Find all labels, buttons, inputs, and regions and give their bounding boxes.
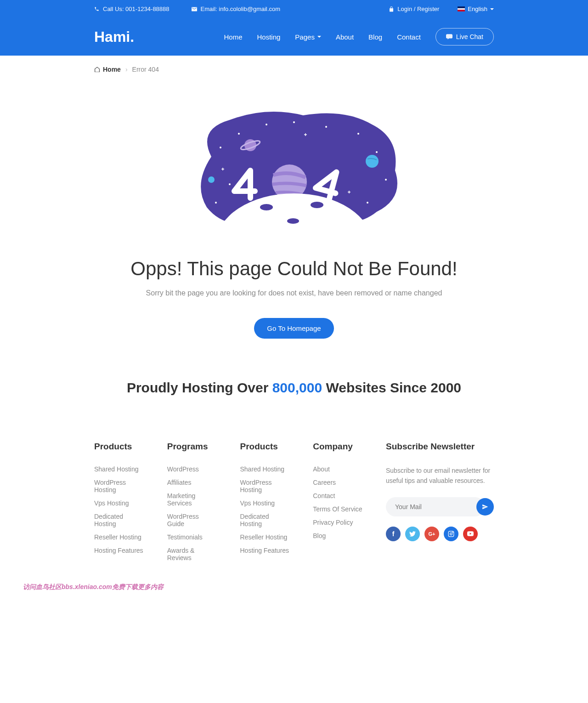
footer-col-products: Products Shared Hosting WordPress Hostin… xyxy=(94,442,144,567)
svg-point-18 xyxy=(260,204,273,210)
nav-links: Home Hosting Pages About Blog Contact Li… xyxy=(224,28,494,45)
breadcrumb-home[interactable]: Home xyxy=(94,66,121,73)
chevron-down-icon xyxy=(490,8,494,10)
footer-list: Shared Hosting WordPress Hosting Vps Hos… xyxy=(240,465,290,554)
footer-link[interactable]: About xyxy=(313,465,363,473)
svg-point-10 xyxy=(215,202,217,204)
newsletter-input[interactable] xyxy=(386,497,485,516)
topbar: Call Us: 001-1234-88888 Email: info.colo… xyxy=(0,0,588,18)
footer-link[interactable]: WordPress Guide xyxy=(167,513,217,527)
svg-point-20 xyxy=(287,218,299,224)
svg-point-14 xyxy=(208,176,215,183)
email-text: Email: info.cololib@gmail.com xyxy=(201,6,281,12)
error-404-illustration xyxy=(175,102,413,239)
svg-point-9 xyxy=(229,183,231,185)
svg-point-8 xyxy=(367,202,368,204)
footer-link[interactable]: Testimonials xyxy=(167,533,217,541)
live-chat-text: Live Chat xyxy=(456,33,483,40)
error-section: Opps! This page Could Not Be Found! Sorr… xyxy=(94,83,494,366)
go-home-button[interactable]: Go To Homepage xyxy=(254,318,334,339)
logo[interactable]: Hami. xyxy=(94,28,134,45)
facebook-icon[interactable]: f xyxy=(386,527,401,541)
footer-col-newsletter: Subscribe Newsletter Subscribe to our em… xyxy=(386,442,494,567)
footer-link[interactable]: Reseller Hosting xyxy=(94,533,144,541)
footer-link[interactable]: Hosting Features xyxy=(94,547,144,554)
watermark-text: 访问血鸟社区bbs.xleniao.com免费下载更多内容 xyxy=(0,581,588,596)
youtube-icon[interactable] xyxy=(463,527,478,541)
footer-link[interactable]: Affiliates xyxy=(167,479,217,486)
flag-icon xyxy=(458,6,465,11)
footer-list: Shared Hosting WordPress Hosting Vps Hos… xyxy=(94,465,144,554)
navbar: Hami. Home Hosting Pages About Blog Cont… xyxy=(0,18,588,56)
newsletter-desc: Subscribe to our email newsletter for us… xyxy=(386,465,494,486)
footer-link[interactable]: Contact xyxy=(313,492,363,499)
footer-col-company: Company About Careers Contact Terms Of S… xyxy=(313,442,363,567)
topbar-left: Call Us: 001-1234-88888 Email: info.colo… xyxy=(94,6,280,12)
svg-point-15 xyxy=(366,155,379,168)
breadcrumb-separator: › xyxy=(125,66,128,73)
newsletter-form xyxy=(386,497,494,516)
error-title: Opps! This page Could Not Be Found! xyxy=(94,258,494,280)
svg-point-5 xyxy=(357,133,359,135)
footer-link[interactable]: Vps Hosting xyxy=(94,499,144,507)
footer-link[interactable]: WordPress Hosting xyxy=(240,479,290,493)
nav-about[interactable]: About xyxy=(336,33,354,41)
call-text: Call Us: 001-1234-88888 xyxy=(103,6,170,12)
footer-title: Subscribe Newsletter xyxy=(386,442,494,452)
footer-link[interactable]: Awards & Reviews xyxy=(167,547,217,561)
footer-col-programs: Programs WordPress Affiliates Marketing … xyxy=(167,442,217,567)
footer-link[interactable]: Marketing Services xyxy=(167,492,217,507)
nav-hosting[interactable]: Hosting xyxy=(257,33,281,41)
svg-point-3 xyxy=(293,121,295,123)
footer-link[interactable]: Blog xyxy=(313,532,363,539)
svg-point-23 xyxy=(452,532,453,533)
footer-link[interactable]: WordPress xyxy=(167,465,217,473)
footer-title: Programs xyxy=(167,442,217,452)
nav-contact[interactable]: Contact xyxy=(397,33,421,41)
footer-link[interactable]: Dedicated Hosting xyxy=(94,513,144,527)
footer-link[interactable]: Vps Hosting xyxy=(240,499,290,507)
footer-link[interactable]: Reseller Hosting xyxy=(240,533,290,541)
instagram-icon[interactable] xyxy=(444,527,458,541)
login-text: Login / Register xyxy=(397,6,439,12)
footer-link[interactable]: Privacy Policy xyxy=(313,519,363,526)
chat-icon xyxy=(446,34,452,40)
svg-point-19 xyxy=(311,202,323,208)
paper-plane-icon xyxy=(482,504,488,510)
svg-point-2 xyxy=(266,124,267,125)
google-plus-icon[interactable]: G+ xyxy=(424,527,439,541)
svg-point-6 xyxy=(376,151,378,153)
lang-text: English xyxy=(468,6,487,12)
phone-icon xyxy=(94,6,99,11)
topbar-right: Login / Register English xyxy=(389,6,494,12)
language-selector[interactable]: English xyxy=(458,6,494,12)
footer-col-products-2: Products Shared Hosting WordPress Hostin… xyxy=(240,442,290,567)
breadcrumb-current: Error 404 xyxy=(132,66,159,73)
footer: Products Shared Hosting WordPress Hostin… xyxy=(94,432,494,581)
envelope-icon xyxy=(192,7,197,11)
nav-home[interactable]: Home xyxy=(224,33,242,41)
twitter-icon[interactable] xyxy=(405,527,420,541)
footer-link[interactable]: Shared Hosting xyxy=(240,465,290,473)
svg-point-22 xyxy=(450,533,452,535)
hosting-count: 800,000 xyxy=(272,380,322,395)
footer-link[interactable]: WordPress Hosting xyxy=(94,479,144,493)
nav-pages[interactable]: Pages xyxy=(295,33,321,41)
topbar-call: Call Us: 001-1234-88888 xyxy=(94,6,170,12)
chevron-down-icon xyxy=(317,36,321,38)
footer-link[interactable]: Hosting Features xyxy=(240,547,290,554)
breadcrumb: Home › Error 404 xyxy=(94,56,494,83)
newsletter-submit-button[interactable] xyxy=(476,498,494,516)
svg-point-4 xyxy=(325,126,327,128)
login-link[interactable]: Login / Register xyxy=(389,6,439,12)
nav-blog[interactable]: Blog xyxy=(368,33,382,41)
svg-point-0 xyxy=(220,147,221,148)
footer-link[interactable]: Careers xyxy=(313,479,363,486)
live-chat-button[interactable]: Live Chat xyxy=(435,28,494,45)
lock-icon xyxy=(389,6,394,12)
footer-title: Products xyxy=(240,442,290,452)
social-links: f G+ xyxy=(386,527,494,541)
footer-link[interactable]: Dedicated Hosting xyxy=(240,513,290,527)
footer-link[interactable]: Terms Of Service xyxy=(313,505,363,513)
footer-link[interactable]: Shared Hosting xyxy=(94,465,144,473)
